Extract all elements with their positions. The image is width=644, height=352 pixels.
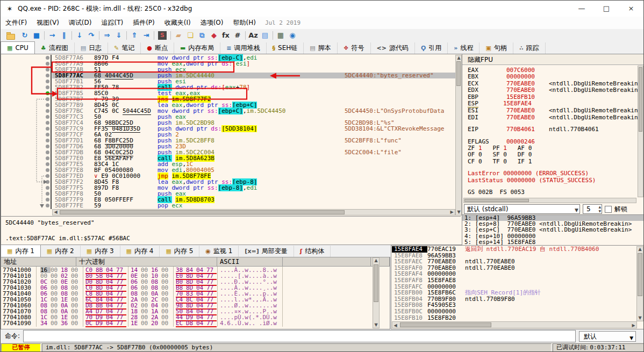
menu-item-视[interactable]: 视图(V)	[32, 19, 64, 26]
font-icon[interactable]: Az	[247, 30, 259, 41]
disasm-row[interactable]: 5D8F77F9E8 050FFEFFcall im.5D8D8703	[52, 197, 455, 203]
hex-byte[interactable]: 04	[196, 320, 206, 326]
register-value[interactable]: 15E8FB10	[506, 94, 535, 100]
hex-byte[interactable]: 04	[106, 320, 116, 326]
menu-item-调[interactable]: 调试(D)	[64, 19, 97, 26]
tab-references[interactable]: Ϙ引用	[415, 42, 448, 54]
disassembly-hscrollbar[interactable]: ◀ ▶	[52, 209, 455, 215]
register-row[interactable]: EDI770EABE0<ntdll.DbgUiRemoteBreakin>	[468, 114, 638, 121]
tab-memory-map[interactable]: ▬内存布局	[174, 42, 220, 54]
disasm-row[interactable]: 5D8F77C9FF35 0481D35Dpush dword ptr ds:[…	[52, 126, 455, 132]
disasm-row[interactable]: 5D8F77A6897D F4mov dword ptr ss:[ebp-C],…	[52, 55, 455, 61]
row-dot[interactable]	[46, 56, 49, 60]
tab-locals[interactable]: [x=]局部变量	[239, 246, 294, 257]
menu-item-插[interactable]: 插件(P)	[128, 19, 160, 26]
register-value[interactable]: 15E8FAE4	[503, 100, 532, 107]
stack-row[interactable]: 15E8FB0015E8FB6C指向SEH_Record[1]的指针	[392, 290, 631, 296]
row-dot[interactable]	[46, 145, 49, 148]
hex-byte[interactable]: 0C	[85, 320, 96, 326]
registers-hscrollbar[interactable]	[463, 198, 636, 203]
tab-cpu[interactable]: ▦CPU	[1, 41, 35, 54]
modules-icon[interactable]: ▤	[259, 30, 271, 41]
row-dot[interactable]	[46, 198, 49, 202]
register-row[interactable]: CF 0 TF 0 IF 1	[468, 159, 638, 165]
step-over-icon[interactable]: ↷	[85, 30, 97, 41]
row-dot[interactable]	[46, 62, 49, 66]
dump-vscrollbar[interactable]: ▲ ▼	[373, 257, 380, 328]
hide-fpu-button[interactable]: 隐藏FPU	[462, 54, 644, 65]
flag-value[interactable]: 1	[478, 145, 482, 152]
tab-symbols[interactable]: ❖符号	[338, 42, 371, 54]
row-dot[interactable]	[46, 162, 49, 166]
execute-till-return-icon[interactable]: ⇑	[128, 30, 140, 41]
register-value[interactable]: 770EABE0	[506, 87, 535, 94]
dump-row[interactable]: 7704101000000200805B04770E001000E08D0477…	[1, 273, 390, 279]
registers-vscrollbar[interactable]	[638, 66, 643, 197]
disassembly-vscrollbar[interactable]: ▲ ▼	[455, 55, 462, 215]
globe-icon[interactable]: ◉	[287, 30, 298, 41]
open-file-icon[interactable]	[6, 34, 15, 40]
dump-row[interactable]: 7704100016001800C08B04771400160038840477…	[1, 267, 390, 273]
stack-row[interactable]: 15E8FAF815E8FAE8	[392, 277, 631, 284]
tab-handles[interactable]: ▣句柄	[480, 42, 513, 54]
disasm-row[interactable]: 5D8F77AC68 4044C45Dpush im.5DC444405DC44…	[52, 73, 455, 78]
hex-byte[interactable]: 1E	[131, 320, 141, 326]
menu-item-帮[interactable]: 帮助(H)	[228, 19, 260, 26]
close-button[interactable]: ×	[619, 1, 643, 17]
command-input[interactable]	[23, 330, 576, 342]
flag-value[interactable]: 0	[503, 158, 507, 165]
maximize-button[interactable]: □	[594, 1, 619, 17]
row-dot[interactable]	[46, 186, 49, 190]
flag-value[interactable]: 0	[478, 158, 482, 165]
register-row[interactable]: LastStatus 00000000 (STATUS_SUCCESS)	[468, 177, 638, 184]
unlock-checkbox[interactable]	[605, 206, 612, 213]
row-dot[interactable]	[46, 139, 49, 142]
function-icon[interactable]: fx	[220, 30, 232, 41]
hex-byte[interactable]: 36	[61, 320, 71, 326]
dump-row[interactable]: 7704106008000A00D88B047702000400988D0477…	[1, 303, 390, 308]
row-dot[interactable]	[46, 204, 49, 207]
pause-icon[interactable]: ‖	[58, 30, 70, 41]
calling-convention-select[interactable]: 默认 (stdcall)▼	[464, 204, 580, 214]
menu-item-文[interactable]: 文件(F)	[1, 19, 32, 26]
stop-icon[interactable]: ■	[31, 30, 42, 41]
tab-source[interactable]: <>源代码	[371, 42, 415, 54]
stack-row[interactable]: 15E8FB0C00000000	[392, 308, 631, 315]
tab-dump-4[interactable]: ▦内存 4	[120, 246, 160, 257]
dump-row[interactable]: 7704107008000A00A4D7047718001A0050840477…	[1, 308, 390, 314]
register-value[interactable]: 00000246	[506, 138, 535, 145]
row-dot[interactable]	[46, 127, 49, 131]
register-value[interactable]: 770EABE0	[506, 114, 535, 121]
row-dot[interactable]	[46, 156, 49, 160]
row-dot[interactable]	[46, 192, 49, 196]
label-icon[interactable]: ⧉	[196, 30, 208, 41]
hex-byte[interactable]: D9	[96, 320, 106, 326]
register-row[interactable]: ESP15E8FAE4	[468, 100, 638, 107]
disasm-row[interactable]: 5D8F77FE59pop ecx	[52, 203, 455, 209]
tab-notes[interactable]: ✎笔记	[108, 42, 141, 54]
run-to-user-code-icon[interactable]: ⇒	[101, 30, 113, 41]
tab-log[interactable]: ▤日志	[75, 42, 108, 54]
restart-icon[interactable]: ↻	[19, 30, 31, 41]
row-dot[interactable]	[46, 174, 49, 178]
step-out-icon[interactable]: ⇓	[113, 30, 125, 41]
tab-watch-1[interactable]: ◉监视 1	[199, 246, 239, 257]
tab-script[interactable]: ▤脚本	[304, 42, 337, 54]
register-row[interactable]: EIP770B4061ntdll.770B4061	[468, 126, 638, 133]
row-dot[interactable]	[46, 68, 49, 71]
hex-byte[interactable]: 00	[141, 320, 151, 326]
disasm-row[interactable]: 5D8F77B2FF50 78call dword ptr ds:[eax+78…	[52, 84, 455, 90]
row-dot[interactable]	[46, 121, 49, 125]
calculator-icon[interactable]: ▦	[275, 30, 287, 41]
scylla-icon[interactable]: S	[158, 31, 167, 40]
register-value[interactable]: 007C6000	[506, 67, 535, 74]
row-dot[interactable]	[46, 80, 49, 83]
register-row[interactable]: ESI770EABE0<ntdll.DbgUiRemoteBreakin>	[468, 107, 638, 114]
dump-row[interactable]: 7704104006000800C88D047708000A0070830477…	[1, 291, 390, 297]
menu-item-收[interactable]: 收藏夹(I)	[160, 19, 196, 26]
goto-user-icon[interactable]: ⇥	[140, 30, 152, 41]
hex-byte[interactable]: 77	[206, 320, 217, 326]
hex-byte[interactable]: 20	[151, 320, 161, 326]
register-value[interactable]: 00000000	[506, 73, 535, 80]
row-dot[interactable]	[46, 109, 49, 113]
